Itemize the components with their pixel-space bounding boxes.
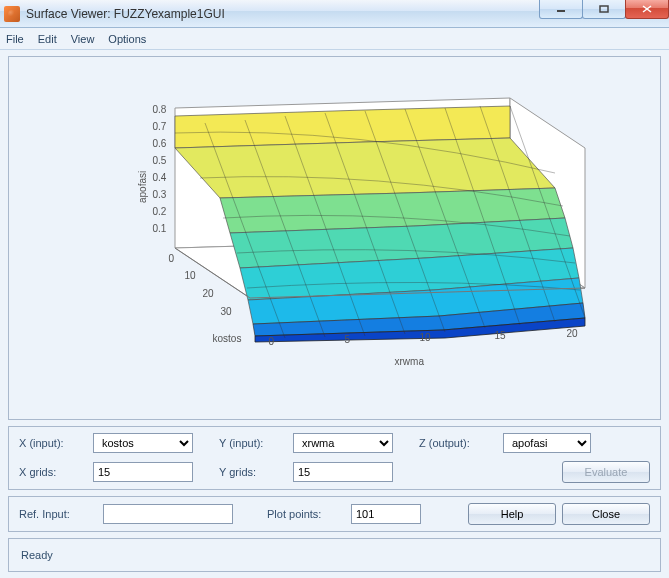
x-axis-label: xrwma (395, 356, 424, 367)
y-tick: 0 (169, 253, 175, 264)
ref-input-label: Ref. Input: (19, 508, 97, 520)
minimize-icon (556, 5, 566, 13)
x-tick: 5 (345, 334, 351, 345)
menu-view[interactable]: View (71, 33, 95, 45)
status-text: Ready (21, 549, 53, 561)
z-tick: 0.4 (153, 172, 167, 183)
minimize-button[interactable] (539, 0, 583, 19)
z-tick: 0.3 (153, 189, 167, 200)
surface-plot[interactable]: 0.8 0.7 0.6 0.5 0.4 0.3 0.2 0.1 apofasi … (55, 78, 615, 398)
app-icon (4, 6, 20, 22)
evaluate-button[interactable]: Evaluate (562, 461, 650, 483)
y-grids-label: Y grids: (219, 466, 287, 478)
menubar: File Edit View Options (0, 28, 669, 50)
z-tick: 0.6 (153, 138, 167, 149)
menu-options[interactable]: Options (108, 33, 146, 45)
titlebar: Surface Viewer: FUZZYexample1GUI (0, 0, 669, 28)
plot-points-input[interactable] (351, 504, 421, 524)
y-axis-label: kostos (213, 333, 242, 344)
z-tick: 0.2 (153, 206, 167, 217)
close-window-button[interactable] (625, 0, 669, 19)
x-tick: 0 (269, 336, 275, 347)
y-input-select[interactable]: xrwma (293, 433, 393, 453)
y-input-label: Y (input): (219, 437, 287, 449)
svg-marker-8 (175, 138, 555, 198)
controls-panel-2: Ref. Input: Plot points: Help Close (8, 496, 661, 532)
surface-svg (55, 78, 615, 398)
x-input-select[interactable]: kostos (93, 433, 193, 453)
window-title: Surface Viewer: FUZZYexample1GUI (26, 7, 225, 21)
close-button[interactable]: Close (562, 503, 650, 525)
x-tick: 15 (495, 330, 506, 341)
z-tick: 0.5 (153, 155, 167, 166)
y-tick: 30 (221, 306, 232, 317)
x-tick: 20 (567, 328, 578, 339)
menu-file[interactable]: File (6, 33, 24, 45)
help-button[interactable]: Help (468, 503, 556, 525)
client-area: 0.8 0.7 0.6 0.5 0.4 0.3 0.2 0.1 apofasi … (0, 50, 669, 578)
x-grids-input[interactable] (93, 462, 193, 482)
z-tick: 0.1 (153, 223, 167, 234)
maximize-icon (599, 5, 609, 13)
y-tick: 10 (185, 270, 196, 281)
z-output-label: Z (output): (419, 437, 497, 449)
plot-points-label: Plot points: (267, 508, 345, 520)
z-output-select[interactable]: apofasi (503, 433, 591, 453)
menu-edit[interactable]: Edit (38, 33, 57, 45)
z-tick: 0.7 (153, 121, 167, 132)
y-tick: 20 (203, 288, 214, 299)
x-tick: 10 (420, 332, 431, 343)
z-tick: 0.8 (153, 104, 167, 115)
plot-panel: 0.8 0.7 0.6 0.5 0.4 0.3 0.2 0.1 apofasi … (8, 56, 661, 420)
x-input-label: X (input): (19, 437, 87, 449)
controls-panel-1: X (input): kostos Y (input): xrwma Z (ou… (8, 426, 661, 490)
maximize-button[interactable] (582, 0, 626, 19)
close-icon (642, 5, 652, 13)
y-grids-input[interactable] (293, 462, 393, 482)
svg-rect-1 (600, 6, 608, 12)
ref-input-field[interactable] (103, 504, 233, 524)
x-grids-label: X grids: (19, 466, 87, 478)
status-bar: Ready (8, 538, 661, 572)
window-controls (540, 0, 669, 19)
z-axis-label: apofasi (137, 171, 148, 203)
